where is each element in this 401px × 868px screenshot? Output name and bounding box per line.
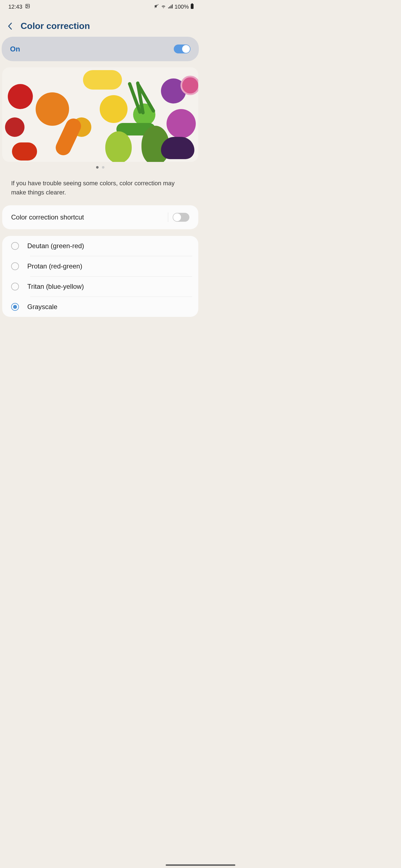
mode-label: Deutan (green-red) [27,242,84,250]
radio-button[interactable] [11,303,19,311]
status-time: 12:43 [8,4,22,10]
wifi-icon [161,4,166,10]
page-title: Color correction [21,21,90,31]
svg-rect-8 [191,4,194,9]
description-text: If you have trouble seeing some colors, … [0,175,200,204]
mode-row-grayscale[interactable]: Grayscale [2,297,198,317]
pager-dots [2,162,198,173]
pager-dot[interactable] [96,166,98,168]
svg-rect-3 [168,7,169,9]
header: Color correction [0,12,200,37]
svg-rect-6 [172,4,173,8]
modes-card: Deutan (green-red) Protan (red-green) Tr… [2,236,198,317]
radio-button[interactable] [11,283,19,290]
battery-icon [191,3,194,10]
back-icon[interactable] [8,22,13,30]
mode-label: Protan (red-green) [27,262,82,270]
signal-icon [168,4,173,10]
divider [168,213,168,222]
master-toggle-label: On [10,45,20,54]
master-toggle-card[interactable]: On [2,37,199,61]
mode-label: Grayscale [27,303,57,311]
shortcut-toggle-switch[interactable] [173,213,189,222]
mode-label: Tritan (blue-yellow) [27,283,84,290]
svg-rect-5 [171,5,172,8]
radio-button[interactable] [11,242,19,250]
shortcut-label: Color correction shortcut [11,213,84,221]
master-toggle-switch[interactable] [174,44,191,54]
svg-rect-4 [169,6,170,8]
battery-percent: 100% [175,4,189,10]
preview-image[interactable] [2,67,198,162]
shortcut-row[interactable]: Color correction shortcut [2,205,198,229]
mode-row-deutan[interactable]: Deutan (green-red) [2,236,198,256]
pager-dot[interactable] [102,166,105,168]
status-bar: 12:43 100% [0,0,200,12]
mode-row-tritan[interactable]: Tritan (blue-yellow) [2,277,198,297]
svg-rect-7 [192,3,193,4]
svg-point-1 [26,5,27,6]
mode-row-protan[interactable]: Protan (red-green) [2,256,198,276]
gallery-icon [25,4,30,10]
radio-button[interactable] [11,262,19,270]
mute-icon [154,4,159,10]
shortcut-card: Color correction shortcut [2,205,198,229]
